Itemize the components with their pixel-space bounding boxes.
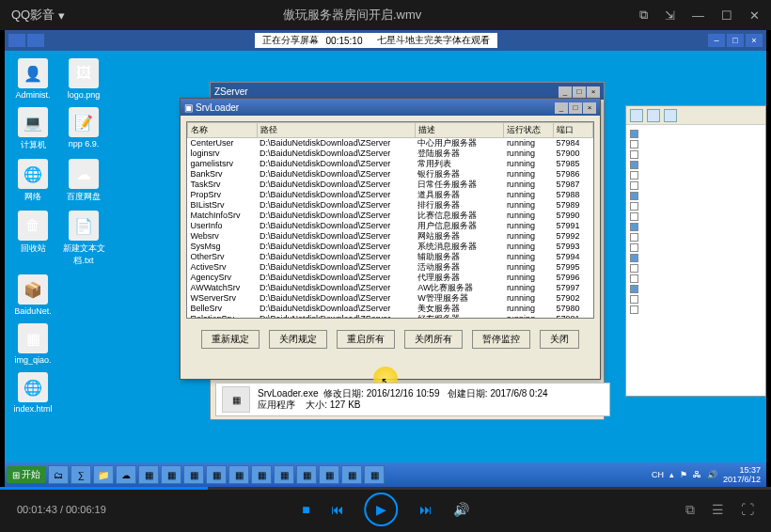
taskbar-item[interactable]: ▦ — [296, 465, 317, 484]
list-item[interactable] — [630, 201, 762, 211]
taskbar-item[interactable]: ▦ — [161, 465, 181, 484]
action-button[interactable]: 关闭 — [540, 330, 579, 349]
zserver-max-icon[interactable]: □ — [573, 86, 586, 98]
checkbox-icon[interactable] — [630, 254, 638, 262]
playlist-icon[interactable]: ☰ — [712, 502, 724, 518]
checkbox-icon[interactable] — [630, 223, 638, 231]
list-item[interactable] — [630, 294, 762, 305]
list-item[interactable] — [630, 139, 762, 149]
table-row[interactable]: ActiveSrvD:\BaiduNetdiskDownload\ZServer… — [188, 262, 593, 273]
list-item[interactable] — [630, 129, 762, 139]
list-item[interactable] — [630, 305, 762, 315]
srvloader-min-icon[interactable]: _ — [555, 102, 568, 114]
action-button[interactable]: 重新规定 — [201, 330, 260, 349]
minimize-icon[interactable]: — — [692, 8, 704, 23]
desktop-icon[interactable]: 📄新建文本文档.txt — [61, 211, 106, 267]
list-item[interactable] — [630, 274, 762, 284]
checkbox-icon[interactable] — [630, 140, 638, 149]
next-button[interactable]: ⏭ — [419, 502, 433, 517]
start-button[interactable]: ⊞开始 — [7, 466, 46, 483]
tray-clock[interactable]: 15:372017/6/12 — [723, 465, 761, 484]
checkbox-icon[interactable] — [630, 243, 638, 252]
list-item[interactable] — [630, 170, 762, 180]
desktop-icon[interactable]: 🌐index.html — [10, 372, 55, 414]
taskbar-item[interactable]: ▦ — [251, 465, 272, 484]
list-item[interactable] — [630, 211, 762, 222]
table-row[interactable]: WebsrvD:\BaiduNetdiskDownload\ZServer网站服… — [188, 231, 593, 242]
desktop-icon[interactable]: ▦img_qiao. — [10, 323, 55, 365]
column-header[interactable]: 描述 — [415, 123, 504, 138]
table-row[interactable]: OtherSrvD:\BaiduNetdiskDownload\ZServer辅… — [188, 252, 593, 262]
taskbar-item[interactable]: ▦ — [319, 465, 339, 484]
table-row[interactable]: BIListSrvD:\BaiduNetdiskDownload\ZServer… — [188, 200, 593, 211]
table-row[interactable]: RelationSrvD:\BaiduNetdiskDownload\ZServ… — [188, 314, 593, 319]
taskbar-item[interactable]: ▦ — [138, 465, 159, 484]
fullscreen-icon[interactable]: ⛶ — [741, 502, 754, 518]
table-row[interactable]: AgencySrvD:\BaiduNetdiskDownload\ZServer… — [188, 273, 593, 283]
table-row[interactable]: TaskSrvD:\BaiduNetdiskDownload\ZServer日常… — [188, 180, 593, 190]
table-row[interactable]: WServerSrvD:\BaiduNetdiskDownload\ZServe… — [188, 293, 593, 304]
column-header[interactable]: 端口 — [553, 123, 592, 138]
list-item[interactable] — [630, 149, 762, 160]
pin-icon[interactable]: ⇲ — [665, 8, 675, 23]
table-row[interactable]: CenterUserD:\BaiduNetdiskDownload\ZServe… — [188, 138, 593, 149]
table-row[interactable]: BelleSrvD:\BaiduNetdiskDownload\ZServer美… — [188, 304, 593, 314]
nav-fwd-icon[interactable] — [647, 109, 660, 122]
checkbox-icon[interactable] — [630, 305, 638, 314]
column-header[interactable]: 名称 — [188, 123, 258, 138]
action-button[interactable]: 关闭所有 — [404, 330, 463, 349]
play-button[interactable]: ▶ — [365, 493, 399, 526]
table-row[interactable]: BankSrvD:\BaiduNetdiskDownload\ZServer银行… — [188, 169, 593, 180]
tray-net-icon[interactable]: 🖧 — [693, 470, 701, 479]
list-item[interactable] — [630, 243, 762, 253]
checkbox-icon[interactable] — [630, 171, 638, 180]
remote-close-icon[interactable]: × — [746, 34, 763, 47]
action-button[interactable]: 暂停监控 — [472, 330, 530, 349]
tray-flag-icon[interactable]: ⚑ — [680, 470, 687, 479]
server-table[interactable]: 名称路径描述运行状态端口 CenterUserD:\BaiduNetdiskDo… — [186, 121, 594, 319]
zserver-min-icon[interactable]: _ — [559, 86, 572, 98]
checkbox-icon[interactable] — [630, 212, 638, 221]
checkbox-icon[interactable] — [630, 192, 638, 200]
remote-max-icon[interactable]: □ — [727, 34, 744, 47]
checkbox-icon[interactable] — [630, 295, 638, 304]
list-item[interactable] — [630, 253, 762, 263]
action-button[interactable]: 重启所有 — [337, 330, 395, 349]
checkbox-icon[interactable] — [630, 130, 638, 138]
desktop-icon[interactable]: 🗑回收站 — [10, 211, 55, 267]
snapshot-icon[interactable]: ⧉ — [685, 502, 695, 518]
desktop-icon[interactable]: 🌐网络 — [10, 159, 55, 203]
table-row[interactable]: SysMsgD:\BaiduNetdiskDownload\ZServer系统消… — [188, 242, 593, 252]
progress-bar[interactable] — [0, 487, 771, 490]
checkbox-icon[interactable] — [630, 161, 638, 169]
taskbar-item[interactable]: ☁ — [116, 465, 136, 484]
list-item[interactable] — [630, 284, 762, 294]
table-row[interactable]: PropSrvD:\BaiduNetdiskDownload\ZServer道具… — [188, 190, 593, 200]
taskbar-item[interactable]: 🗂 — [48, 465, 69, 484]
column-header[interactable]: 运行状态 — [504, 123, 554, 138]
prev-button[interactable]: ⏮ — [331, 502, 344, 517]
taskbar-item[interactable]: ▦ — [274, 465, 294, 484]
list-item[interactable] — [630, 191, 762, 201]
checkbox-icon[interactable] — [630, 181, 638, 190]
taskbar-item[interactable]: ∑ — [71, 465, 91, 484]
taskbar-item[interactable]: ▦ — [228, 465, 249, 484]
player-logo[interactable]: QQ影音 ▾ — [11, 7, 65, 23]
volume-button[interactable]: 🔊 — [453, 502, 469, 517]
taskbar-item[interactable]: ▦ — [206, 465, 227, 484]
remote-min-icon[interactable]: – — [708, 34, 725, 47]
table-row[interactable]: UserInfoD:\BaiduNetdiskDownload\ZServer用… — [188, 221, 593, 231]
taskbar-item[interactable]: 📁 — [93, 465, 114, 484]
stop-button[interactable]: ■ — [302, 502, 309, 517]
table-row[interactable]: AWWatchSrvD:\BaiduNetdiskDownload\ZServe… — [188, 283, 593, 293]
desktop-icon[interactable]: 💻计算机 — [10, 107, 55, 151]
desktop-icon[interactable]: 📝npp 6.9. — [61, 107, 106, 151]
taskbar-item[interactable]: ▦ — [364, 465, 385, 484]
cast-icon[interactable]: ⧉ — [639, 8, 648, 23]
tray-caret-icon[interactable]: ▴ — [669, 470, 674, 479]
checkbox-icon[interactable] — [630, 274, 638, 283]
srvloader-max-icon[interactable]: □ — [569, 102, 582, 114]
checkbox-icon[interactable] — [630, 264, 638, 273]
desktop-icon[interactable]: 👤Administ. — [10, 58, 55, 100]
list-item[interactable] — [630, 232, 762, 243]
